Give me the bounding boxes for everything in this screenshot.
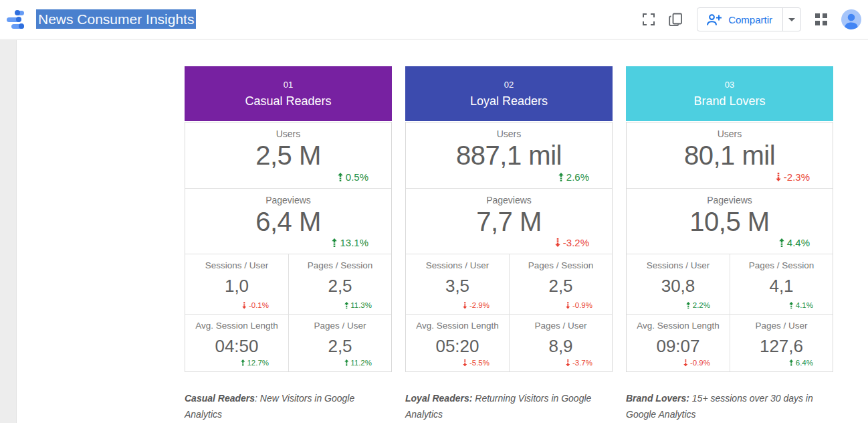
canvas-left-margin	[0, 40, 17, 423]
metric-label: Pages / Session	[308, 260, 373, 270]
card-title: Brand Lovers	[626, 94, 833, 108]
scorecard-users: Users 887,1 mil 2.6%	[406, 122, 612, 188]
metric-delta: -2.9%	[463, 301, 490, 309]
scorecard-pages-per-user: Pages / User 127,6 6.4%	[730, 315, 833, 371]
metric-delta: 2.2%	[686, 301, 710, 309]
scorecard-sessions-per-user: Sessions / User 1,0 -0.1%	[185, 254, 288, 314]
scorecard-row: Sessions / User 3,5 -2.9% Pages / Sessio…	[406, 254, 612, 314]
apps-grid-icon[interactable]	[815, 13, 827, 25]
metric-value: 887,1 mil	[456, 140, 562, 171]
metric-delta: 11.2%	[344, 359, 372, 367]
delta-arrow-icon	[566, 302, 570, 309]
delta-arrow-icon	[789, 302, 794, 309]
card-header: 03 Brand Lovers	[626, 66, 833, 121]
metric-label: Pages / User	[314, 321, 366, 331]
metric-delta: -0.9%	[566, 301, 592, 309]
data-studio-logo-icon[interactable]	[7, 10, 25, 29]
metric-label: Pages / Session	[528, 260, 594, 270]
card-number: 01	[185, 80, 392, 90]
metric-delta: 4.4%	[779, 237, 810, 248]
card-metrics: Users 887,1 mil 2.6% Pageviews 7,7 M -3.…	[405, 122, 613, 372]
segment-definition-note: Casual Readers: New Visitors in Google A…	[185, 390, 384, 422]
scorecard-row: Sessions / User 1,0 -0.1% Pages / Sessio…	[185, 254, 391, 314]
scorecard-pageviews: Pageviews 10,5 M 4.4%	[627, 188, 833, 254]
user-avatar[interactable]	[841, 9, 861, 29]
scorecard-pageviews: Pageviews 7,7 M -3.2%	[406, 188, 612, 254]
card-title: Loyal Readers	[405, 94, 613, 108]
fullscreen-icon[interactable]	[643, 13, 655, 25]
metric-label: Avg. Session Length	[195, 321, 278, 331]
delta-arrow-icon	[241, 359, 245, 367]
scorecard-pageviews: Pageviews 6,4 M 13.1%	[185, 188, 391, 254]
delta-arrow-icon	[463, 359, 467, 367]
scorecard-avg-session-length: Avg. Session Length 05:20 -5.5%	[406, 315, 509, 371]
metric-delta: 2.6%	[558, 171, 589, 183]
metric-value: 2,5	[328, 276, 352, 296]
metric-label: Avg. Session Length	[416, 321, 499, 331]
card-header: 02 Loyal Readers	[405, 66, 613, 121]
metric-label: Sessions / User	[426, 260, 490, 270]
delta-arrow-icon	[463, 302, 467, 309]
scorecard-sessions-per-user: Sessions / User 30,8 2.2%	[627, 254, 730, 314]
metric-delta: 12.7%	[241, 359, 269, 367]
scorecard-pages-per-user: Pages / User 8,9 -3.7%	[509, 315, 612, 371]
metric-delta: -3.7%	[566, 359, 592, 367]
metric-label: Users	[276, 129, 301, 139]
metric-value: 80,1 mil	[684, 140, 775, 171]
metric-delta: 6.4%	[789, 359, 813, 367]
delta-arrow-icon	[332, 238, 337, 247]
person-icon	[841, 9, 861, 29]
metric-value: 3,5	[445, 276, 469, 296]
delta-arrow-icon	[344, 359, 349, 367]
caret-down-icon	[788, 18, 795, 21]
metric-value: 09:07	[656, 336, 699, 356]
report-title-selected-text[interactable]: News Consumer Insights	[36, 9, 196, 29]
delta-arrow-icon	[779, 238, 784, 247]
metric-label: Pageviews	[707, 195, 752, 205]
metric-value: 04:50	[215, 336, 258, 356]
metric-label: Users	[497, 129, 522, 139]
card-header: 01 Casual Readers	[185, 66, 392, 121]
scorecard-pages-per-session: Pages / Session 4,1 4.1%	[730, 254, 833, 314]
report-canvas: 01 Casual Readers Users 2,5 M 0.5% Pagev…	[0, 40, 868, 423]
delta-arrow-icon	[344, 302, 349, 309]
metric-label: Pageviews	[486, 195, 532, 205]
scorecard-row: Sessions / User 30,8 2.2% Pages / Sessio…	[627, 254, 833, 314]
metric-delta: 11.3%	[344, 301, 372, 309]
delta-arrow-icon	[776, 173, 781, 181]
metric-value: 30,8	[661, 276, 695, 296]
metric-value: 10,5 M	[689, 206, 769, 237]
metric-value: 6,4 M	[255, 206, 321, 237]
metric-delta: 4.1%	[789, 301, 813, 309]
report-title[interactable]: News Consumer Insights	[36, 11, 196, 28]
delta-arrow-icon	[242, 302, 247, 309]
card-number: 02	[405, 80, 613, 90]
metric-value: 7,7 M	[476, 206, 542, 237]
scorecard-pages-per-session: Pages / Session 2,5 11.3%	[288, 254, 391, 314]
metric-value: 05:20	[435, 336, 479, 356]
share-button-label: Compartir	[728, 14, 772, 25]
metric-delta: -2.3%	[776, 171, 810, 183]
person-add-icon	[706, 13, 722, 26]
metric-value: 8,9	[548, 336, 572, 356]
scorecard-avg-session-length: Avg. Session Length 04:50 12.7%	[185, 315, 288, 371]
copy-pages-icon[interactable]	[669, 13, 683, 27]
metric-label: Pages / Session	[749, 260, 815, 270]
segment-card-casual-readers: 01 Casual Readers Users 2,5 M 0.5% Pagev…	[185, 66, 392, 372]
scorecard-users: Users 80,1 mil -2.3%	[627, 122, 833, 188]
delta-arrow-icon	[558, 173, 564, 181]
metric-value: 4,1	[769, 276, 793, 296]
scorecard-sessions-per-user: Sessions / User 3,5 -2.9%	[406, 254, 509, 314]
metric-value: 2,5	[548, 276, 572, 296]
metric-value: 127,6	[760, 336, 803, 356]
share-button[interactable]: Compartir	[697, 8, 782, 31]
scorecard-row: Avg. Session Length 05:20 -5.5% Pages / …	[406, 314, 612, 371]
metric-label: Pages / User	[755, 321, 807, 331]
delta-arrow-icon	[789, 359, 794, 367]
scorecard-pages-per-user: Pages / User 2,5 11.2%	[288, 315, 391, 371]
share-options-dropdown[interactable]	[782, 8, 800, 31]
scorecard-pages-per-session: Pages / Session 2,5 -0.9%	[509, 254, 612, 314]
card-title: Casual Readers	[185, 94, 392, 108]
metric-label: Pages / User	[534, 321, 586, 331]
metric-delta: 0.5%	[338, 171, 368, 183]
